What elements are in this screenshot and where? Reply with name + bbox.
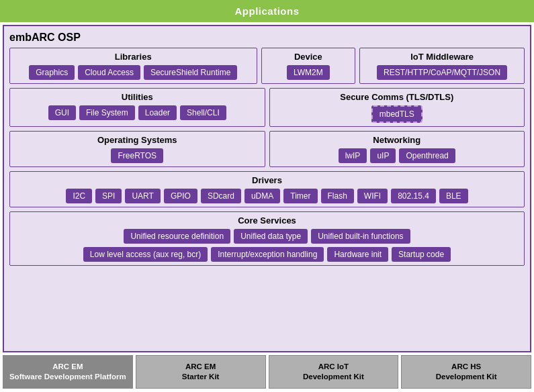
iot-section: IoT Middleware REST/HTTP/CoAP/MQTT/JSON: [359, 48, 525, 84]
iot-chips: REST/HTTP/CoAP/MQTT/JSON: [365, 65, 519, 80]
core-row1: Unified resource definition Unified data…: [15, 229, 519, 244]
bottom-bar: ARC EM Software Development Platform ARC…: [3, 355, 531, 389]
bottom-item-arc-iot[interactable]: ARC IoT Development Kit: [269, 355, 399, 389]
secure-comms-chips: mbedTLS: [275, 105, 519, 123]
secure-comms-title: Secure Comms (TLS/DTLS): [275, 92, 519, 102]
applications-label: Applications: [234, 5, 299, 17]
chip-filesystem: File System: [79, 105, 135, 120]
chip-i2c: I2C: [66, 189, 92, 203]
row-utilities: Utilities GUI File System Loader Shell/C…: [9, 88, 525, 127]
networking-chips: lwIP uIP Openthread: [275, 148, 519, 163]
utilities-title: Utilities: [15, 92, 259, 102]
chip-unified-builtin: Unified built-in functions: [311, 229, 410, 244]
row-drivers: Drivers I2C SPI UART GPIO SDcard uDMA Ti…: [9, 171, 525, 207]
row-os: Operating Systems FreeRTOS Networking lw…: [9, 131, 525, 167]
chip-shellcli: Shell/CLI: [180, 105, 226, 120]
chip-uart: UART: [125, 189, 160, 203]
bottom-item-arc-em-sdp-line1: ARC EM: [9, 362, 126, 372]
os-title: Operating Systems: [15, 135, 259, 145]
secure-comms-section: Secure Comms (TLS/DTLS) mbedTLS: [269, 88, 525, 127]
chip-low-level: Low level access (aux reg, bcr): [83, 247, 208, 262]
chip-mbedtls: mbedTLS: [371, 105, 422, 123]
drivers-chips: I2C SPI UART GPIO SDcard uDMA Timer Flas…: [15, 189, 519, 203]
chip-udma: uDMA: [244, 189, 280, 203]
row-core: Core Services Unified resource definitio…: [9, 211, 525, 266]
device-chips: LWM2M: [267, 65, 350, 80]
iot-title: IoT Middleware: [365, 52, 519, 62]
chip-rest-http: REST/HTTP/CoAP/MQTT/JSON: [377, 65, 507, 80]
embarc-osp-container: embARC OSP Libraries Graphics Cloud Acce…: [3, 25, 531, 352]
chip-openthread: Openthread: [399, 148, 455, 163]
core-services-section: Core Services Unified resource definitio…: [9, 211, 525, 266]
bottom-item-arc-em-starter-line2: Starter Kit: [182, 372, 220, 382]
bottom-item-arc-iot-line2: Development Kit: [303, 372, 364, 382]
device-title: Device: [267, 52, 350, 62]
chip-uip: uIP: [370, 148, 396, 163]
chip-timer: Timer: [283, 189, 317, 203]
chip-freertos: FreeRTOS: [111, 148, 163, 163]
chip-flash: Flash: [321, 189, 354, 203]
chip-lwip: lwIP: [339, 148, 367, 163]
drivers-title: Drivers: [15, 175, 519, 185]
os-section: Operating Systems FreeRTOS: [9, 131, 265, 167]
libraries-section: Libraries Graphics Cloud Access SecureSh…: [9, 48, 257, 84]
bottom-item-arc-iot-line1: ARC IoT: [303, 362, 364, 372]
applications-bar: Applications: [0, 0, 534, 22]
row-libraries: Libraries Graphics Cloud Access SecureSh…: [9, 48, 525, 84]
drivers-section: Drivers I2C SPI UART GPIO SDcard uDMA Ti…: [9, 171, 525, 207]
utilities-section: Utilities GUI File System Loader Shell/C…: [9, 88, 265, 127]
chip-unified-resource: Unified resource definition: [124, 229, 230, 244]
libraries-title: Libraries: [15, 52, 251, 62]
bottom-item-arc-hs[interactable]: ARC HS Development Kit: [401, 355, 531, 389]
chip-ble: BLE: [439, 189, 468, 203]
chip-startup-code: Startup code: [392, 247, 451, 262]
device-section: Device LWM2M: [261, 48, 356, 84]
chip-secureshield: SecureShield Runtime: [144, 65, 237, 80]
chip-graphics: Graphics: [29, 65, 75, 80]
bottom-item-arc-hs-line1: ARC HS: [436, 362, 497, 372]
core-row2: Low level access (aux reg, bcr) Interrup…: [15, 247, 519, 262]
chip-hardware-init: Hardware init: [327, 247, 388, 262]
bottom-item-arc-em-sdp-line2: Software Development Platform: [9, 372, 126, 382]
bottom-item-arc-em-starter[interactable]: ARC EM Starter Kit: [136, 355, 266, 389]
chip-wifi: WIFI: [357, 189, 388, 203]
chip-sdcard: SDcard: [201, 189, 241, 203]
networking-section: Networking lwIP uIP Openthread: [269, 131, 525, 167]
bottom-item-arc-hs-line2: Development Kit: [436, 372, 497, 382]
utilities-chips: GUI File System Loader Shell/CLI: [15, 105, 259, 120]
chip-unified-data-type: Unified data type: [234, 229, 308, 244]
libraries-chips: Graphics Cloud Access SecureShield Runti…: [15, 65, 251, 80]
chip-cloud-access: Cloud Access: [78, 65, 140, 80]
networking-title: Networking: [275, 135, 519, 145]
os-chips: FreeRTOS: [15, 148, 259, 163]
chip-gui: GUI: [48, 105, 76, 120]
chip-spi: SPI: [95, 189, 122, 203]
bottom-item-arc-em-starter-line1: ARC EM: [182, 362, 220, 372]
embarc-title: embARC OSP: [9, 32, 525, 44]
chip-gpio: GPIO: [164, 189, 197, 203]
chip-802154: 802.15.4: [391, 189, 436, 203]
bottom-item-arc-em-sdp[interactable]: ARC EM Software Development Platform: [3, 355, 133, 389]
core-services-title: Core Services: [15, 215, 519, 226]
chip-loader: Loader: [138, 105, 177, 120]
chip-interrupt: Interrupt/exception handling: [211, 247, 324, 262]
chip-lwm2m: LWM2M: [287, 65, 330, 80]
